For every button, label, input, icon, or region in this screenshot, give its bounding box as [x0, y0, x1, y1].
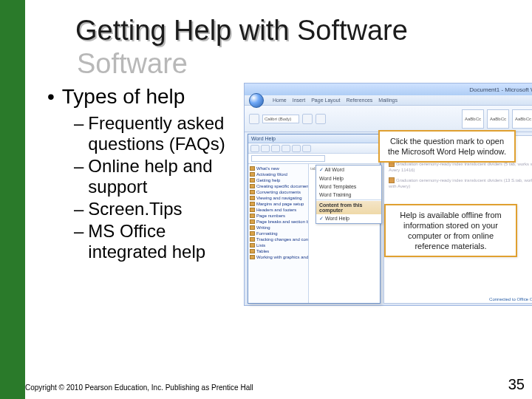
sub-text: MS Office integrated help [88, 221, 239, 262]
paste-icon[interactable] [249, 114, 259, 124]
toc-item[interactable]: Page numbers [250, 214, 307, 218]
book-icon [250, 237, 255, 242]
book-icon [250, 184, 255, 188]
help-search-input[interactable] [251, 155, 325, 162]
dash-icon: – [74, 113, 83, 134]
menu-separator [316, 200, 381, 200]
toc-item[interactable]: Activating Word [250, 172, 307, 177]
toc-item[interactable]: Converting documents [250, 190, 307, 194]
doc-line: Graduation ceremony-ready index transluc… [389, 177, 532, 189]
tab-mailings[interactable]: Mailings [378, 98, 398, 103]
style-chip[interactable]: AaBbCc [462, 109, 484, 129]
word-screenshot: Document1 - Microsoft Word Home Insert P… [244, 83, 532, 306]
office-orb-icon[interactable] [249, 93, 264, 108]
style-chip[interactable]: AaBbCc [512, 109, 532, 129]
toc-item[interactable]: Formatting [250, 231, 307, 236]
bullet-level1: • Types of help [47, 85, 239, 109]
book-icon [250, 178, 255, 183]
dash-icon: – [74, 221, 83, 242]
toc-item[interactable]: Lists [250, 243, 307, 248]
callout-text: Click the question mark to open the Micr… [388, 137, 506, 156]
book-icon [250, 172, 255, 177]
sub-text: Frequently asked questions (FAQs) [88, 113, 239, 154]
side-accent-bar [0, 0, 25, 399]
toc-item[interactable]: Tables [250, 249, 307, 253]
content-block: • Types of help – Frequently asked quest… [47, 85, 239, 264]
callout-text: Help is available offline from informati… [400, 211, 501, 250]
toc-item[interactable]: Headers and footers [250, 208, 307, 212]
help-title-text: Word Help [251, 136, 276, 141]
menu-item[interactable]: Word Templates [316, 183, 381, 191]
callout-help-button: Click the question mark to open the Micr… [378, 130, 516, 163]
menu-item[interactable]: Word Training [316, 191, 381, 199]
copyright-footer: Copyright © 2010 Pearson Education, Inc.… [25, 383, 253, 392]
help-toc: What's new Activating Word Getting help … [248, 164, 309, 303]
book-icon [250, 249, 255, 253]
book-icon [250, 196, 255, 200]
list-item: – Online help and support [74, 156, 239, 197]
bold-icon[interactable] [302, 114, 313, 124]
list-item: – Screen.Tips [74, 199, 239, 219]
toc-item[interactable]: Page breaks and section breaks [250, 219, 307, 224]
slide-title: Getting Help with Software Getting Help … [75, 15, 408, 47]
help-search-row [248, 154, 380, 164]
word-title-text: Document1 - Microsoft Word [469, 86, 532, 93]
status-bar: Connected to Office Online [489, 297, 532, 301]
menu-item-allword[interactable]: All Word [316, 166, 381, 174]
book-icon [250, 255, 255, 259]
book-icon [250, 166, 255, 171]
tab-insert[interactable]: Insert [293, 98, 306, 103]
toc-item[interactable]: Writing [250, 225, 307, 230]
menu-section-header: Content from this computer [316, 201, 381, 214]
toc-item[interactable]: Creating specific documents [250, 184, 307, 188]
refresh-icon[interactable] [282, 145, 290, 152]
book-icon [250, 231, 255, 236]
menu-item[interactable]: Word Help [316, 174, 381, 183]
dash-icon: – [74, 199, 83, 219]
doc-line: Graduation ceremony-ready index transluc… [389, 161, 532, 173]
home-icon[interactable] [292, 145, 301, 152]
page-number: 35 [508, 376, 525, 393]
menu-item[interactable]: Word Help [316, 214, 381, 223]
font-selector[interactable]: Calibri (Body) [262, 115, 299, 123]
bullet-dot-icon: • [47, 85, 55, 109]
toc-item[interactable]: What's new [250, 166, 307, 171]
help-titlebar: Word Help [248, 134, 380, 143]
list-item: – Frequently asked questions (FAQs) [74, 113, 239, 154]
book-icon [250, 225, 255, 230]
toc-item[interactable]: Margins and page setup [250, 202, 307, 206]
toc-item[interactable]: Getting help [250, 178, 307, 183]
callout-offline-help: Help is available offline from informati… [384, 204, 517, 257]
tab-pagelayout[interactable]: Page Layout [311, 98, 340, 103]
template-icon [389, 177, 395, 183]
book-icon [250, 243, 255, 248]
toc-item[interactable]: Viewing and navigating [250, 196, 307, 200]
word-titlebar: Document1 - Microsoft Word [245, 83, 532, 95]
book-icon [250, 208, 255, 212]
help-toolbar [248, 143, 380, 154]
print-icon[interactable] [302, 145, 311, 152]
book-icon [250, 190, 255, 194]
title-text: Getting Help with Software [75, 15, 408, 46]
tab-references[interactable]: References [347, 98, 373, 103]
ribbon-content: Calibri (Body) AaBbCc AaBbCc AaBbCc ? [245, 106, 532, 132]
tab-home[interactable]: Home [273, 98, 287, 103]
book-icon [250, 219, 255, 224]
style-chip[interactable]: AaBbCc [487, 109, 509, 129]
list-item: – MS Office integrated help [74, 221, 239, 262]
sub-text: Online help and support [88, 156, 239, 197]
book-icon [250, 202, 255, 206]
search-scope-dropdown[interactable]: All Word Word Help Word Templates Word T… [316, 165, 382, 224]
toc-item[interactable]: Tracking changes and comments [250, 237, 307, 242]
slide-body: Getting Help with Software Getting Help … [25, 0, 532, 399]
forward-icon[interactable] [261, 145, 270, 152]
italic-icon[interactable] [316, 114, 326, 124]
ribbon-tabs: Home Insert Page Layout References Maili… [245, 95, 532, 106]
bullet-text: Types of help [62, 85, 185, 109]
sub-bullet-list: – Frequently asked questions (FAQs) – On… [74, 113, 239, 262]
toc-item[interactable]: Working with graphics and charts [250, 255, 307, 259]
sub-text: Screen.Tips [88, 199, 182, 219]
back-icon[interactable] [250, 145, 259, 152]
dash-icon: – [74, 156, 83, 177]
stop-icon[interactable] [271, 145, 280, 152]
